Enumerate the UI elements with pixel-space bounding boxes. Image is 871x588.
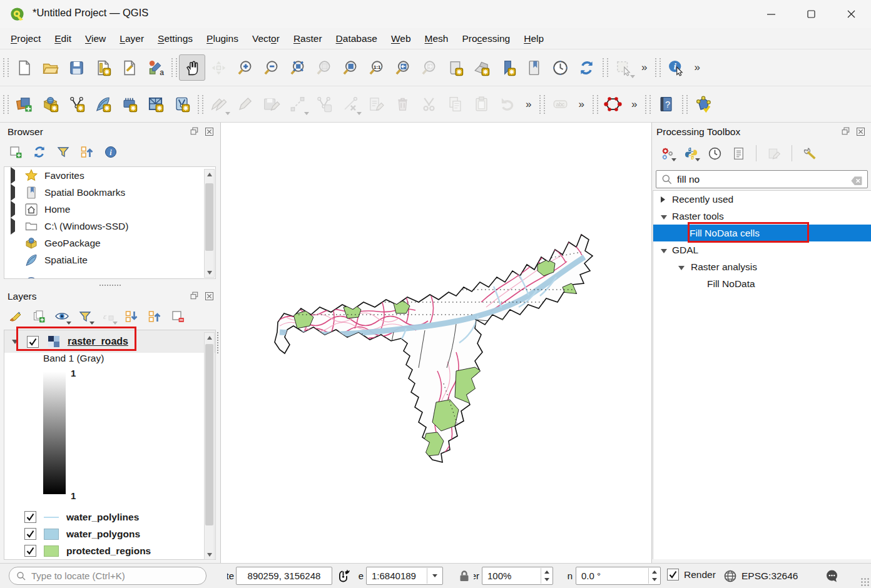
pan-map-button[interactable] [179,54,205,81]
dropdown-arrow-icon[interactable] [66,322,71,325]
select-features-button[interactable] [610,54,636,81]
zoom-to-selection-button[interactable] [310,54,337,81]
pan-to-selection-button[interactable] [205,54,232,81]
menu-help[interactable]: Help [517,30,551,48]
zoom-last-button[interactable] [389,54,415,81]
menu-raster[interactable]: Raster [287,30,329,48]
current-edits-button[interactable] [205,91,232,118]
messages-icon[interactable] [825,569,840,584]
locate-search-input[interactable]: Type to locate (Ctrl+K) [9,567,206,585]
zoom-next-button[interactable] [415,54,442,81]
add-group-button[interactable] [28,306,49,327]
enable-properties-widget-button[interactable]: i [100,141,121,163]
scroll-up-icon[interactable] [205,170,214,179]
scale-combobox[interactable]: 1:6840189 [366,567,443,585]
processing-float-button[interactable] [841,126,852,137]
dropdown-arrow-icon[interactable] [304,112,309,115]
spin-buttons[interactable] [541,568,552,584]
data-source-manager-button[interactable] [11,91,37,118]
browser-item-spatialite[interactable]: SpatiaLite [4,251,215,268]
models-menu-button[interactable] [656,143,678,164]
raster-layer-name[interactable]: raster_roads [68,336,128,347]
manage-map-themes-button[interactable] [51,306,73,327]
dropdown-arrow-icon[interactable] [89,322,94,325]
vertex-tool-button[interactable] [337,91,363,118]
rotation-spinbox[interactable]: 0.0 ° [576,567,661,585]
toggle-extents-mouse-icon[interactable] [337,569,352,584]
expand-arrow-icon[interactable] [661,196,665,203]
browser-item-spatial-bookmarks[interactable]: Spatial Bookmarks [4,184,215,201]
new-3d-map-view-button[interactable] [468,54,494,81]
collapse-all-button[interactable] [76,141,98,163]
collapse-arrow-icon[interactable] [12,340,18,344]
toolbar-drag-handle[interactable] [198,95,203,114]
menu-web[interactable]: Web [384,30,418,48]
zoom-in-button[interactable] [232,54,258,81]
check-geometries-button[interactable] [690,91,716,118]
save-layer-edits-button[interactable] [258,91,284,118]
browser-close-button[interactable] [204,126,215,137]
new-project-button[interactable] [11,54,37,81]
processing-close-button[interactable] [855,126,866,137]
menu-edit[interactable]: Edit [48,30,78,48]
toggle-editing-button[interactable] [232,91,258,118]
scrollbar-thumb[interactable] [205,183,213,251]
options-button[interactable] [799,143,820,164]
browser-float-button[interactable] [190,126,200,137]
new-geopackage-layer-button[interactable] [37,91,63,118]
panel-splitter[interactable] [0,283,220,287]
dropdown-arrow-icon[interactable] [357,112,362,115]
new-temporary-scratch-layer-button[interactable] [168,91,195,118]
toolbar-drag-handle[interactable] [539,95,545,114]
menu-settings[interactable]: Settings [151,30,200,48]
menu-view[interactable]: View [78,30,113,48]
dropdown-arrow-icon[interactable] [671,158,676,161]
digitize-with-segment-button[interactable] [284,91,310,118]
dropdown-arrow-icon[interactable] [695,158,700,161]
toolbar-overflow-button[interactable]: » [636,61,652,74]
dropdown-arrow-icon[interactable] [113,322,118,325]
scripts-menu-button[interactable] [680,143,701,164]
menu-project[interactable]: Project [4,30,48,48]
cut-features-button[interactable] [415,91,442,118]
zoom-out-button[interactable] [258,54,284,81]
menu-plugins[interactable]: Plugins [200,30,245,48]
collapse-arrow-icon[interactable] [678,266,685,270]
menu-database[interactable]: Database [329,30,384,48]
raster-roads-checkbox[interactable] [27,336,39,348]
remove-layer-button[interactable] [167,306,188,327]
toolbar-drag-handle[interactable] [171,58,177,77]
filter-legend-button[interactable] [74,306,96,327]
algorithm-raster-tools[interactable]: Raster tools [653,208,871,225]
layers-scrollbar[interactable] [204,332,215,560]
open-layer-styling-button[interactable] [5,306,26,327]
layer-row-water_polygons[interactable]: water_polygons [4,525,215,542]
scroll-down-icon[interactable] [205,550,214,559]
undo-button[interactable] [494,91,521,118]
algorithm-fill-nodata-cells[interactable]: Fill NoData cells [653,225,871,241]
menu-vector[interactable]: Vector [245,30,287,48]
layer-labeling-button[interactable]: abc [547,91,573,118]
processing-search-box[interactable]: fill no [656,170,868,188]
layer-row-raster-roads[interactable]: raster_roads [4,330,215,353]
dropdown-arrow-icon[interactable] [225,112,230,115]
search-input-value[interactable]: fill no [677,174,850,185]
zoom-native-button[interactable]: 1:1 [363,54,389,81]
toolbar-drag-handle[interactable] [3,95,9,114]
maximize-button[interactable] [791,0,831,28]
filter-browser-button[interactable] [53,141,74,163]
toolbar-overflow-button[interactable]: » [689,61,705,74]
browser-item-favorites[interactable]: Favorites [4,167,215,184]
refresh-browser-button[interactable] [29,141,50,163]
coordinate-input[interactable]: 890259, 3156248 [236,567,332,585]
magnifier-spinbox[interactable]: 100% [482,567,553,585]
style-manager-button[interactable]: a [142,54,168,81]
open-project-button[interactable] [37,54,63,81]
crs-value[interactable]: EPSG:32646 [741,570,798,582]
help-contents-button[interactable]: ? [653,91,679,118]
spin-buttons[interactable] [648,568,660,584]
algorithm-fill-nodata[interactable]: GDALFill NoData [653,275,871,292]
new-shapefile-layer-button[interactable] [63,91,89,118]
scroll-up-icon[interactable] [205,333,214,342]
toolbar-drag-handle[interactable] [645,95,651,114]
